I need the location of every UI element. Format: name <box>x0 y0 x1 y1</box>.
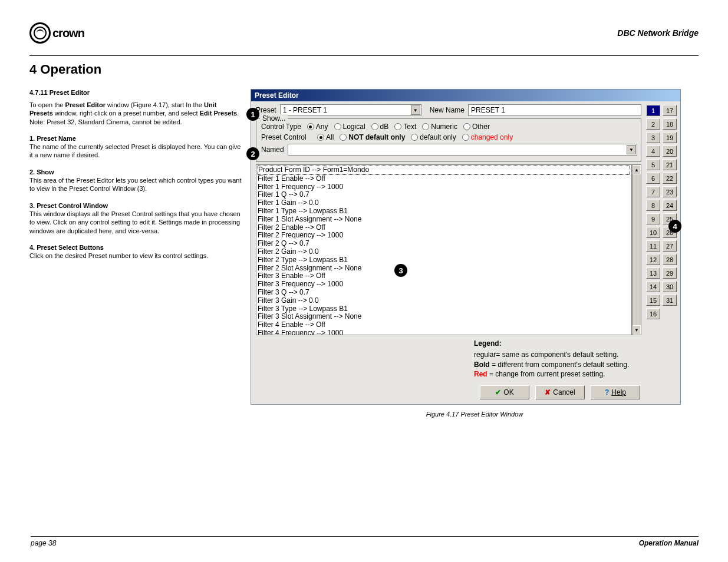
cancel-button[interactable]: ✘Cancel <box>535 385 585 399</box>
radio-changed-only[interactable]: changed only <box>462 133 513 141</box>
chevron-down-icon[interactable]: ▼ <box>627 145 636 154</box>
ok-button[interactable]: ✔OK <box>480 385 529 399</box>
list-item[interactable]: Filter 1 Enable --> Off <box>258 175 630 183</box>
named-label: Named <box>261 146 284 154</box>
section-title: 4 Operation <box>29 62 699 77</box>
preset-button-28[interactable]: 28 <box>663 254 677 265</box>
preset-button-20[interactable]: 20 <box>663 146 677 157</box>
sub2-title: 2. Show <box>29 168 54 176</box>
header-rule <box>29 55 699 56</box>
radio-text[interactable]: Text <box>394 123 416 131</box>
close-icon: ✘ <box>545 388 551 396</box>
control-type-label: Control Type <box>261 123 301 131</box>
list-item[interactable]: Filter 2 Enable --> Off <box>258 224 630 232</box>
preset-control-listbox[interactable]: Product Form ID --> Form1=MondoFilter 1 … <box>256 164 632 335</box>
callout-2: 2 <box>246 147 259 160</box>
list-item[interactable]: Filter 3 Frequency --> 1000 <box>258 280 630 289</box>
callout-4: 4 <box>668 220 681 233</box>
scroll-up-icon[interactable]: ▲ <box>633 165 641 174</box>
list-item[interactable]: Filter 3 Slot Assignment --> None <box>258 313 630 321</box>
preset-button-11[interactable]: 11 <box>646 240 660 252</box>
manual-label: Operation Manual <box>639 539 699 547</box>
figure-caption: Figure 4.17 Preset Editor Window <box>251 411 699 418</box>
preset-button-14[interactable]: 14 <box>646 281 660 292</box>
radio-default-only[interactable]: default only <box>411 133 456 141</box>
sub4-title: 4. Preset Select Buttons <box>29 244 104 251</box>
radio-logical[interactable]: Logical <box>334 123 365 131</box>
preset-control-label: Preset Control <box>261 133 311 141</box>
document-title: DBC Network Bridge <box>617 28 699 38</box>
preset-button-1[interactable]: 1 <box>646 105 660 116</box>
list-item[interactable]: Filter 2 Slot Assignment --> None <box>258 265 630 273</box>
list-item[interactable]: Filter 4 Frequency --> 1000 <box>258 329 630 335</box>
preset-button-18[interactable]: 18 <box>663 118 677 130</box>
legend: Legend: regular= same as component's def… <box>256 339 641 379</box>
list-item[interactable]: Product Form ID --> Form1=Mondo <box>258 166 630 175</box>
sub2-text: This area of the Preset Editor lets you … <box>29 177 242 192</box>
show-group: Show... Control Type Any Logical dB Text… <box>256 118 641 162</box>
list-item[interactable]: Filter 1 Type --> Lowpass B1 <box>258 207 630 216</box>
preset-button-30[interactable]: 30 <box>663 281 677 292</box>
radio-not-default[interactable]: NOT default only <box>340 133 405 141</box>
preset-button-22[interactable]: 22 <box>663 173 677 184</box>
newname-input[interactable]: PRESET 1 <box>468 104 641 116</box>
list-item[interactable]: Filter 3 Type --> Lowpass B1 <box>258 305 630 313</box>
radio-numeric[interactable]: Numeric <box>422 123 457 131</box>
list-item[interactable]: Filter 4 Enable --> Off <box>258 321 630 329</box>
preset-button-15[interactable]: 15 <box>646 295 660 306</box>
preset-button-13[interactable]: 13 <box>646 267 660 279</box>
sub1-text: The name of the currently selected Prese… <box>29 143 241 158</box>
list-item[interactable]: Filter 2 Gain --> 0.0 <box>258 248 630 256</box>
preset-button-10[interactable]: 10 <box>646 227 660 238</box>
preset-button-29[interactable]: 29 <box>663 267 677 279</box>
preset-button-27[interactable]: 27 <box>663 240 677 252</box>
list-item[interactable]: Filter 1 Gain --> 0.0 <box>258 199 630 207</box>
preset-button-5[interactable]: 5 <box>646 159 660 170</box>
intro-paragraph: To open the Preset Editor window (Figure… <box>29 101 242 126</box>
window-titlebar: Preset Editor <box>251 90 680 101</box>
preset-button-21[interactable]: 21 <box>663 159 677 170</box>
newname-label: New Name <box>430 106 465 114</box>
preset-button-16[interactable]: 16 <box>646 308 660 319</box>
brand-logo: crown <box>29 22 84 44</box>
chevron-down-icon[interactable]: ▼ <box>411 105 420 115</box>
list-item[interactable]: Filter 3 Enable --> Off <box>258 272 630 280</box>
radio-all[interactable]: All <box>317 133 334 141</box>
preset-button-6[interactable]: 6 <box>646 173 660 184</box>
show-group-title: Show... <box>260 114 288 123</box>
radio-any[interactable]: Any <box>307 123 328 131</box>
help-button[interactable]: ?Help <box>591 385 640 399</box>
list-item[interactable]: Filter 1 Q --> 0.7 <box>258 191 630 199</box>
preset-button-2[interactable]: 2 <box>646 118 660 130</box>
scrollbar[interactable]: ▲ ▼ <box>632 164 641 335</box>
preset-button-3[interactable]: 3 <box>646 132 660 143</box>
preset-button-8[interactable]: 8 <box>646 200 660 211</box>
list-item[interactable]: Filter 2 Type --> Lowpass B1 <box>258 256 630 265</box>
preset-select[interactable]: 1 - PRESET 1 ▼ <box>280 104 421 116</box>
sub3-text: This window displays all the Preset Cont… <box>29 210 241 234</box>
callout-1: 1 <box>246 108 259 121</box>
page-number: page 38 <box>31 539 56 547</box>
named-select[interactable]: ▼ <box>288 144 637 156</box>
preset-button-17[interactable]: 17 <box>663 105 677 116</box>
brand-text: crown <box>52 27 84 40</box>
subsection-title: 4.7.11 Preset Editor <box>29 89 242 96</box>
preset-button-31[interactable]: 31 <box>663 295 677 306</box>
list-item[interactable]: Filter 3 Gain --> 0.0 <box>258 297 630 305</box>
list-item[interactable]: Filter 2 Frequency --> 1000 <box>258 232 630 240</box>
preset-editor-window: Preset Editor Preset 1 - PRESET 1 ▼ New … <box>251 89 681 405</box>
radio-db[interactable]: dB <box>371 123 389 131</box>
radio-other[interactable]: Other <box>463 123 490 131</box>
list-item[interactable]: Filter 1 Frequency --> 1000 <box>258 183 630 191</box>
preset-button-9[interactable]: 9 <box>646 213 660 224</box>
list-item[interactable]: Filter 3 Q --> 0.7 <box>258 289 630 297</box>
preset-button-24[interactable]: 24 <box>663 200 677 211</box>
preset-button-4[interactable]: 4 <box>646 146 660 157</box>
list-item[interactable]: Filter 2 Q --> 0.7 <box>258 240 630 248</box>
preset-button-7[interactable]: 7 <box>646 186 660 197</box>
preset-button-12[interactable]: 12 <box>646 254 660 265</box>
list-item[interactable]: Filter 1 Slot Assignment --> None <box>258 216 630 224</box>
scroll-down-icon[interactable]: ▼ <box>633 325 641 335</box>
preset-button-19[interactable]: 19 <box>663 132 677 143</box>
preset-button-23[interactable]: 23 <box>663 186 677 197</box>
